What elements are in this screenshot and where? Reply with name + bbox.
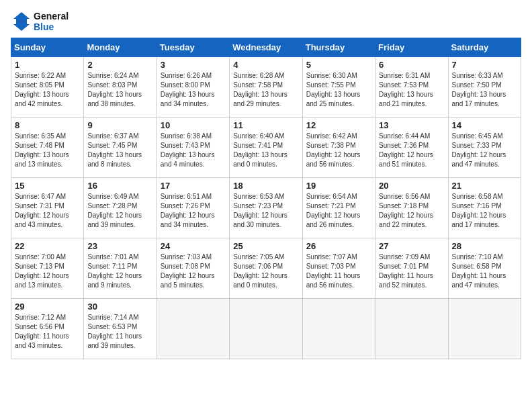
day-number: 6 (379, 60, 444, 70)
day-number: 25 (233, 241, 298, 251)
day-number: 12 (306, 120, 371, 130)
calendar-cell: 29Sunrise: 7:12 AMSunset: 6:56 PMDayligh… (11, 299, 84, 359)
day-number: 4 (233, 60, 298, 70)
day-details: Sunrise: 6:30 AMSunset: 7:55 PMDaylight:… (306, 71, 371, 109)
calendar-cell (157, 299, 229, 359)
day-number: 16 (87, 181, 152, 191)
day-details: Sunrise: 7:07 AMSunset: 7:03 PMDaylight:… (306, 253, 371, 290)
day-details: Sunrise: 6:35 AMSunset: 7:48 PMDaylight:… (15, 132, 80, 169)
calendar-cell: 14Sunrise: 6:45 AMSunset: 7:33 PMDayligh… (448, 118, 521, 178)
calendar-cell: 25Sunrise: 7:05 AMSunset: 7:06 PMDayligh… (230, 238, 302, 299)
day-details: Sunrise: 7:03 AMSunset: 7:08 PMDaylight:… (161, 253, 226, 290)
header-monday: Monday (84, 38, 157, 57)
day-number: 15 (15, 181, 80, 191)
calendar-cell: 5Sunrise: 6:30 AMSunset: 7:55 PMDaylight… (302, 57, 375, 118)
day-details: Sunrise: 6:38 AMSunset: 7:43 PMDaylight:… (161, 132, 226, 169)
calendar-cell: 2Sunrise: 6:24 AMSunset: 8:03 PMDaylight… (84, 57, 157, 118)
calendar-body: 1Sunrise: 6:22 AMSunset: 8:05 PMDaylight… (11, 57, 521, 359)
day-details: Sunrise: 6:51 AMSunset: 7:26 PMDaylight:… (161, 192, 226, 230)
day-details: Sunrise: 7:09 AMSunset: 7:01 PMDaylight:… (379, 253, 444, 290)
day-details: Sunrise: 6:47 AMSunset: 7:31 PMDaylight:… (15, 192, 80, 230)
header-saturday: Saturday (448, 38, 521, 57)
calendar-cell: 12Sunrise: 6:42 AMSunset: 7:38 PMDayligh… (302, 118, 375, 178)
day-number: 1 (15, 60, 80, 70)
day-number: 11 (233, 120, 298, 130)
calendar-cell: 1Sunrise: 6:22 AMSunset: 8:05 PMDaylight… (11, 57, 84, 118)
svg-marker-0 (13, 12, 30, 31)
calendar-week-4: 22Sunrise: 7:00 AMSunset: 7:13 PMDayligh… (11, 238, 521, 299)
calendar-cell: 13Sunrise: 6:44 AMSunset: 7:36 PMDayligh… (375, 118, 448, 178)
calendar-cell: 27Sunrise: 7:09 AMSunset: 7:01 PMDayligh… (375, 238, 448, 299)
calendar-cell: 30Sunrise: 7:14 AMSunset: 6:53 PMDayligh… (84, 299, 157, 359)
calendar-cell: 24Sunrise: 7:03 AMSunset: 7:08 PMDayligh… (157, 238, 229, 299)
calendar-cell: 16Sunrise: 6:49 AMSunset: 7:28 PMDayligh… (84, 178, 157, 238)
day-details: Sunrise: 6:56 AMSunset: 7:18 PMDaylight:… (379, 192, 444, 230)
day-details: Sunrise: 7:05 AMSunset: 7:06 PMDaylight:… (233, 253, 298, 290)
day-number: 29 (15, 302, 80, 312)
calendar-cell: 9Sunrise: 6:37 AMSunset: 7:45 PMDaylight… (84, 118, 157, 178)
day-number: 21 (452, 181, 517, 191)
header-friday: Friday (375, 38, 448, 57)
day-number: 28 (452, 241, 517, 251)
day-details: Sunrise: 6:24 AMSunset: 8:03 PMDaylight:… (87, 71, 152, 109)
day-number: 18 (233, 181, 298, 191)
calendar-cell: 17Sunrise: 6:51 AMSunset: 7:26 PMDayligh… (157, 178, 229, 238)
day-number: 19 (306, 181, 371, 191)
day-details: Sunrise: 6:49 AMSunset: 7:28 PMDaylight:… (87, 192, 152, 230)
calendar-cell: 7Sunrise: 6:33 AMSunset: 7:50 PMDaylight… (448, 57, 521, 118)
calendar-cell (375, 299, 448, 359)
calendar-cell: 23Sunrise: 7:01 AMSunset: 7:11 PMDayligh… (84, 238, 157, 299)
day-number: 24 (161, 241, 226, 251)
header-thursday: Thursday (302, 38, 375, 57)
header-sunday: Sunday (11, 38, 84, 57)
day-details: Sunrise: 7:00 AMSunset: 7:13 PMDaylight:… (15, 253, 80, 290)
calendar-cell: 8Sunrise: 6:35 AMSunset: 7:48 PMDaylight… (11, 118, 84, 178)
calendar-week-2: 8Sunrise: 6:35 AMSunset: 7:48 PMDaylight… (11, 118, 521, 178)
header-row: SundayMondayTuesdayWednesdayThursdayFrid… (11, 38, 521, 57)
day-number: 22 (15, 241, 80, 251)
calendar-cell: 22Sunrise: 7:00 AMSunset: 7:13 PMDayligh… (11, 238, 84, 299)
day-number: 17 (161, 181, 226, 191)
calendar-cell (302, 299, 375, 359)
day-details: Sunrise: 6:44 AMSunset: 7:36 PMDaylight:… (379, 132, 444, 169)
day-number: 20 (379, 181, 444, 191)
day-details: Sunrise: 6:37 AMSunset: 7:45 PMDaylight:… (87, 132, 152, 169)
day-number: 2 (87, 60, 152, 70)
calendar-cell: 21Sunrise: 6:58 AMSunset: 7:16 PMDayligh… (448, 178, 521, 238)
day-details: Sunrise: 6:28 AMSunset: 7:58 PMDaylight:… (233, 71, 298, 109)
day-details: Sunrise: 6:22 AMSunset: 8:05 PMDaylight:… (15, 71, 80, 109)
calendar-cell: 20Sunrise: 6:56 AMSunset: 7:18 PMDayligh… (375, 178, 448, 238)
calendar-cell: 4Sunrise: 6:28 AMSunset: 7:58 PMDaylight… (230, 57, 302, 118)
calendar-cell: 15Sunrise: 6:47 AMSunset: 7:31 PMDayligh… (11, 178, 84, 238)
calendar-cell: 10Sunrise: 6:38 AMSunset: 7:43 PMDayligh… (157, 118, 229, 178)
day-number: 26 (306, 241, 371, 251)
header-wednesday: Wednesday (230, 38, 302, 57)
calendar-week-3: 15Sunrise: 6:47 AMSunset: 7:31 PMDayligh… (11, 178, 521, 238)
calendar-cell: 26Sunrise: 7:07 AMSunset: 7:03 PMDayligh… (302, 238, 375, 299)
day-details: Sunrise: 7:10 AMSunset: 6:58 PMDaylight:… (452, 253, 517, 290)
day-details: Sunrise: 6:45 AMSunset: 7:33 PMDaylight:… (452, 132, 517, 169)
header-tuesday: Tuesday (157, 38, 229, 57)
calendar-week-1: 1Sunrise: 6:22 AMSunset: 8:05 PMDaylight… (11, 57, 521, 118)
day-number: 3 (161, 60, 226, 70)
calendar-header: SundayMondayTuesdayWednesdayThursdayFrid… (11, 38, 521, 57)
logo-general-text: General (34, 11, 69, 21)
day-number: 5 (306, 60, 371, 70)
day-number: 27 (379, 241, 444, 251)
day-number: 10 (161, 120, 226, 130)
day-details: Sunrise: 7:14 AMSunset: 6:53 PMDaylight:… (87, 313, 152, 351)
logo-svg (11, 11, 32, 32)
day-details: Sunrise: 6:31 AMSunset: 7:53 PMDaylight:… (379, 71, 444, 109)
day-number: 23 (87, 241, 152, 251)
day-number: 30 (87, 302, 152, 312)
day-details: Sunrise: 7:12 AMSunset: 6:56 PMDaylight:… (15, 313, 80, 351)
day-details: Sunrise: 6:33 AMSunset: 7:50 PMDaylight:… (452, 71, 517, 109)
calendar-cell: 18Sunrise: 6:53 AMSunset: 7:23 PMDayligh… (230, 178, 302, 238)
calendar-week-5: 29Sunrise: 7:12 AMSunset: 6:56 PMDayligh… (11, 299, 521, 359)
page-header: General Blue (11, 11, 521, 32)
day-details: Sunrise: 6:53 AMSunset: 7:23 PMDaylight:… (233, 192, 298, 230)
day-number: 13 (379, 120, 444, 130)
calendar-cell (448, 299, 521, 359)
day-number: 8 (15, 120, 80, 130)
logo: General Blue (11, 11, 69, 32)
